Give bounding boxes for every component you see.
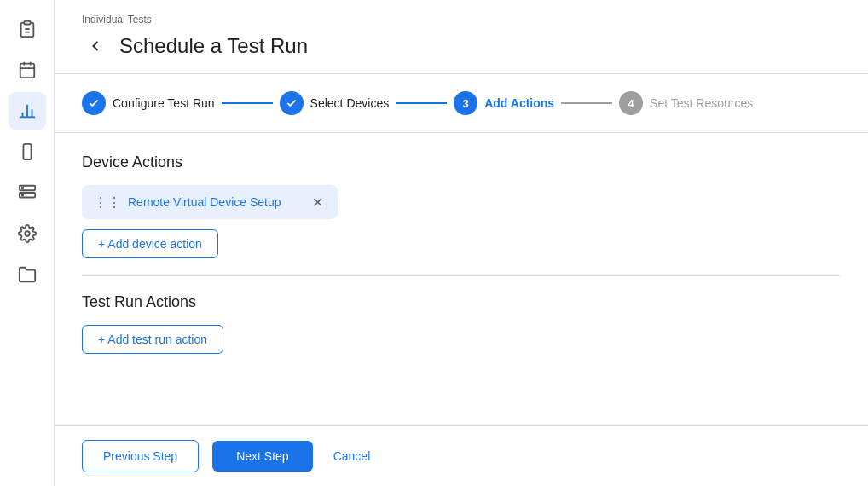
chip-close-button[interactable]: ✕ — [309, 194, 326, 211]
step-select-devices: Select Devices — [280, 91, 390, 115]
device-actions-section: Device Actions ⋮⋮ Remote Virtual Device … — [82, 153, 841, 265]
sidebar-item-clipboard[interactable] — [9, 10, 46, 48]
stepper: Configure Test Run Select Devices 3 Add … — [55, 74, 868, 133]
svg-rect-0 — [24, 21, 30, 25]
sidebar-item-chart[interactable] — [9, 92, 46, 130]
step-label-add-actions: Add Actions — [484, 96, 554, 110]
chip-label: Remote Virtual Device Setup — [128, 195, 302, 209]
connector-2 — [396, 102, 447, 104]
step-add-actions: 3 Add Actions — [454, 91, 554, 115]
sidebar-item-folder[interactable] — [9, 256, 46, 293]
header: Individual Tests Schedule a Test Run — [55, 0, 868, 74]
test-run-actions-title: Test Run Actions — [82, 293, 841, 311]
sidebar-item-phone[interactable] — [9, 133, 46, 171]
step-circle-select-devices — [280, 91, 304, 115]
svg-rect-11 — [23, 144, 31, 159]
step-number-add-actions: 3 — [463, 97, 469, 110]
sidebar-item-server[interactable] — [9, 174, 46, 211]
svg-point-17 — [25, 231, 30, 236]
sidebar-item-calendar[interactable] — [9, 51, 46, 89]
step-label-select-devices: Select Devices — [310, 96, 390, 110]
footer: Previous Step Next Step Cancel — [55, 425, 868, 486]
drag-handle-icon[interactable]: ⋮⋮ — [94, 194, 121, 211]
connector-3 — [561, 102, 612, 104]
breadcrumb: Individual Tests — [82, 14, 841, 26]
device-action-chip: ⋮⋮ Remote Virtual Device Setup ✕ — [82, 185, 338, 219]
add-device-action-button[interactable]: + Add device action — [82, 229, 218, 258]
step-number-set-test-resources: 4 — [628, 97, 634, 110]
content-area: Device Actions ⋮⋮ Remote Virtual Device … — [55, 133, 868, 425]
step-label-set-test-resources: Set Test Resources — [650, 96, 753, 110]
sidebar-item-settings[interactable] — [9, 215, 46, 252]
cancel-button[interactable]: Cancel — [327, 441, 378, 472]
svg-rect-3 — [20, 64, 34, 78]
sidebar — [0, 0, 55, 486]
step-set-test-resources: 4 Set Test Resources — [619, 91, 753, 115]
device-actions-title: Device Actions — [82, 153, 841, 171]
next-step-button[interactable]: Next Step — [212, 441, 312, 472]
step-label-configure: Configure Test Run — [113, 96, 215, 110]
add-test-run-action-button[interactable]: + Add test run action — [82, 325, 223, 354]
main-content: Individual Tests Schedule a Test Run Con… — [55, 0, 868, 486]
test-run-actions-section: Test Run Actions + Add test run action — [82, 293, 841, 361]
connector-1 — [222, 102, 273, 104]
svg-point-15 — [21, 188, 23, 189]
step-configure: Configure Test Run — [82, 91, 215, 115]
step-circle-configure — [82, 91, 106, 115]
step-circle-set-test-resources: 4 — [619, 91, 643, 115]
back-button[interactable] — [82, 32, 109, 60]
section-divider — [82, 275, 841, 276]
svg-point-16 — [21, 194, 23, 196]
page-title: Schedule a Test Run — [119, 34, 308, 58]
previous-step-button[interactable]: Previous Step — [82, 440, 199, 472]
step-circle-add-actions: 3 — [454, 91, 477, 115]
